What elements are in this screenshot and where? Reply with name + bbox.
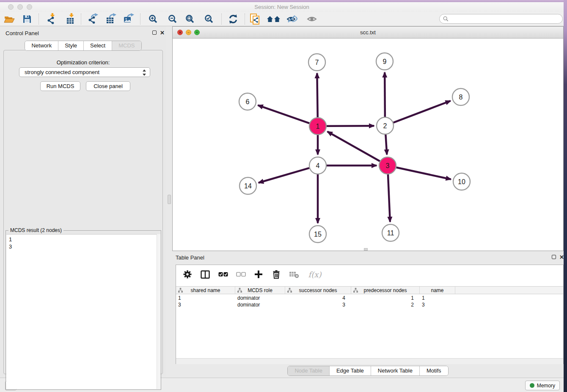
svg-text:1: 1 bbox=[316, 123, 320, 130]
show-details-button[interactable] bbox=[306, 13, 318, 25]
graph-edge-1-7[interactable] bbox=[317, 73, 317, 117]
graph-node-1[interactable]: 1 bbox=[309, 118, 326, 135]
table-cell[interactable]: dominator bbox=[235, 295, 285, 301]
graph-edge-1-6[interactable] bbox=[258, 105, 310, 123]
graph-edge-2-8[interactable] bbox=[394, 101, 451, 122]
toolbar-separator bbox=[245, 14, 245, 25]
graph-edge-2-3[interactable] bbox=[385, 135, 387, 155]
tab-mcds[interactable]: MCDS bbox=[112, 41, 141, 50]
vertical-splitter[interactable] bbox=[166, 26, 172, 378]
table-row[interactable]: 3dominator323 bbox=[176, 301, 563, 308]
graph-node-2[interactable]: 2 bbox=[377, 117, 394, 134]
tab-style[interactable]: Style bbox=[58, 41, 84, 50]
tab-network[interactable]: Network bbox=[25, 41, 58, 50]
deselect-all-button[interactable] bbox=[235, 269, 246, 280]
save-session-button[interactable] bbox=[21, 13, 33, 25]
canvas-resize-handle[interactable] bbox=[364, 248, 368, 251]
zoom-selected-button[interactable] bbox=[203, 13, 215, 25]
svg-text:11: 11 bbox=[387, 229, 394, 237]
graph-edge-3-1[interactable] bbox=[328, 132, 380, 161]
graph-edge-1-2[interactable] bbox=[327, 126, 374, 126]
graph-edge-4-14[interactable] bbox=[259, 168, 309, 183]
table-panel: Table Panel ✕ bbox=[172, 251, 564, 378]
delete-column-button[interactable] bbox=[271, 269, 282, 280]
svg-text:3: 3 bbox=[386, 162, 390, 169]
table-row[interactable]: 1dominator411 bbox=[176, 295, 563, 301]
criterion-dropdown[interactable]: strongly connected component bbox=[19, 67, 150, 77]
column-header-shared-name[interactable]: shared name bbox=[176, 287, 235, 294]
table-horizontal-scrollbar[interactable] bbox=[176, 358, 563, 364]
save-icon bbox=[22, 14, 32, 24]
select-all-button[interactable] bbox=[217, 269, 228, 280]
control-panel-header: Control Panel ✕ bbox=[0, 26, 166, 39]
search-input[interactable] bbox=[451, 16, 562, 22]
graph-node-14[interactable]: 14 bbox=[239, 177, 256, 194]
table-cell[interactable]: 3 bbox=[420, 302, 455, 308]
close-panel-button[interactable]: Close panel bbox=[86, 81, 130, 91]
graph-node-9[interactable]: 9 bbox=[376, 53, 393, 70]
table-cell[interactable]: 1 bbox=[176, 295, 235, 301]
add-column-button[interactable] bbox=[253, 269, 264, 280]
delete-table-button[interactable] bbox=[289, 269, 300, 280]
graph-node-3[interactable]: 3 bbox=[379, 157, 396, 174]
home-icon bbox=[267, 15, 282, 23]
search-field[interactable] bbox=[439, 14, 563, 24]
tab-select[interactable]: Select bbox=[84, 41, 112, 50]
table-cell[interactable]: 1 bbox=[420, 295, 455, 301]
column-header-predecessor-nodes[interactable]: predecessor nodes bbox=[351, 287, 420, 294]
dropdown-stepper-icon bbox=[142, 69, 146, 76]
graph-node-8[interactable]: 8 bbox=[452, 88, 469, 105]
import-table-button[interactable] bbox=[64, 13, 77, 25]
refresh-style-button[interactable] bbox=[227, 13, 239, 25]
graph-node-10[interactable]: 10 bbox=[453, 173, 470, 190]
svg-text:15: 15 bbox=[314, 231, 322, 238]
table-cell[interactable]: 4 bbox=[285, 295, 351, 301]
import-network-button[interactable] bbox=[45, 13, 58, 25]
open-session-button[interactable] bbox=[3, 13, 16, 25]
export-image-button[interactable] bbox=[123, 13, 135, 25]
tab-edge-table[interactable]: Edge Table bbox=[330, 366, 371, 375]
table-cell[interactable]: 1 bbox=[351, 295, 420, 301]
network-graph[interactable]: 1234678910111415 bbox=[173, 39, 563, 251]
graph-edge-2-9[interactable] bbox=[385, 72, 385, 117]
graph-edge-3-10[interactable] bbox=[396, 167, 451, 179]
table-settings-button[interactable] bbox=[182, 269, 193, 280]
table-cell[interactable]: dominator bbox=[235, 302, 285, 308]
column-header-name[interactable]: name bbox=[420, 287, 455, 294]
table-cell[interactable]: 3 bbox=[176, 302, 235, 308]
graph-edge-3-11[interactable] bbox=[388, 174, 390, 222]
run-mcds-button[interactable]: Run MCDS bbox=[40, 81, 80, 91]
tab-network-table[interactable]: Network Table bbox=[371, 366, 420, 375]
column-header-MCDS-role[interactable]: MCDS role bbox=[235, 287, 285, 294]
graph-node-4[interactable]: 4 bbox=[309, 157, 326, 174]
home-layout-button[interactable] bbox=[267, 13, 283, 25]
export-table-button[interactable] bbox=[105, 13, 118, 25]
float-panel-icon[interactable] bbox=[152, 30, 157, 35]
graph-node-6[interactable]: 6 bbox=[239, 93, 256, 110]
table-cell[interactable]: 3 bbox=[285, 302, 351, 308]
close-panel-icon[interactable]: ✕ bbox=[160, 30, 165, 35]
graph-node-15[interactable]: 15 bbox=[309, 226, 326, 243]
float-table-panel-icon[interactable] bbox=[552, 255, 556, 259]
tab-node-table[interactable]: Node Table bbox=[288, 366, 330, 375]
graph-node-11[interactable]: 11 bbox=[382, 224, 399, 241]
tab-motifs[interactable]: Motifs bbox=[420, 366, 448, 375]
table-cell[interactable]: 2 bbox=[351, 302, 420, 308]
network-canvas[interactable]: 1234678910111415 bbox=[173, 39, 563, 251]
function-builder-button[interactable]: f(x) bbox=[306, 269, 323, 280]
zoom-in-button[interactable] bbox=[147, 13, 160, 25]
zoom-fit-icon bbox=[185, 14, 195, 24]
network-files-button[interactable] bbox=[249, 13, 261, 25]
network-window-titlebar[interactable]: ✕ − + scc.txt bbox=[173, 27, 563, 39]
hide-details-button[interactable] bbox=[286, 13, 298, 25]
zoom-out-button[interactable] bbox=[166, 13, 179, 25]
memory-button[interactable]: Memory bbox=[525, 381, 560, 390]
graph-node-7[interactable]: 7 bbox=[308, 54, 325, 71]
mcds-result-text[interactable]: 13 bbox=[6, 234, 160, 389]
result-scrollbar[interactable] bbox=[157, 234, 160, 389]
column-header-successor-nodes[interactable]: successor nodes bbox=[285, 287, 351, 294]
split-view-button[interactable] bbox=[200, 269, 211, 280]
export-network-button[interactable] bbox=[87, 13, 99, 25]
zoom-fit-button[interactable] bbox=[184, 13, 196, 25]
splitter-handle[interactable] bbox=[168, 195, 171, 204]
